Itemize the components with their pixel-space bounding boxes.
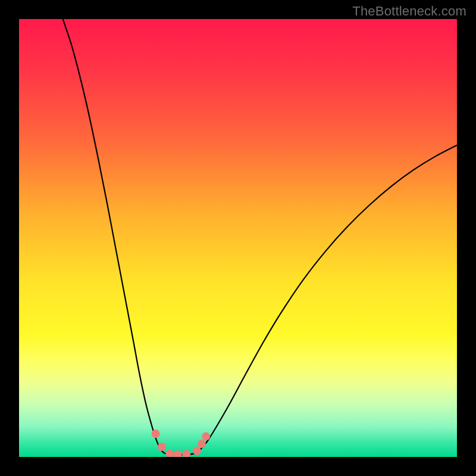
marker-point [198,440,206,448]
marker-point [152,430,160,438]
plot-area [19,19,457,457]
marker-point [173,450,181,457]
watermark-text: TheBottleneck.com [352,4,466,19]
chart-curves [19,19,457,457]
series-left-branch [63,19,165,453]
marker-point [182,450,190,457]
marker-point [193,447,201,455]
chart-frame: TheBottleneck.com [0,0,476,476]
marker-point [165,450,174,457]
marker-point [202,432,210,440]
series-right-branch [196,145,457,453]
marker-point [158,443,166,451]
